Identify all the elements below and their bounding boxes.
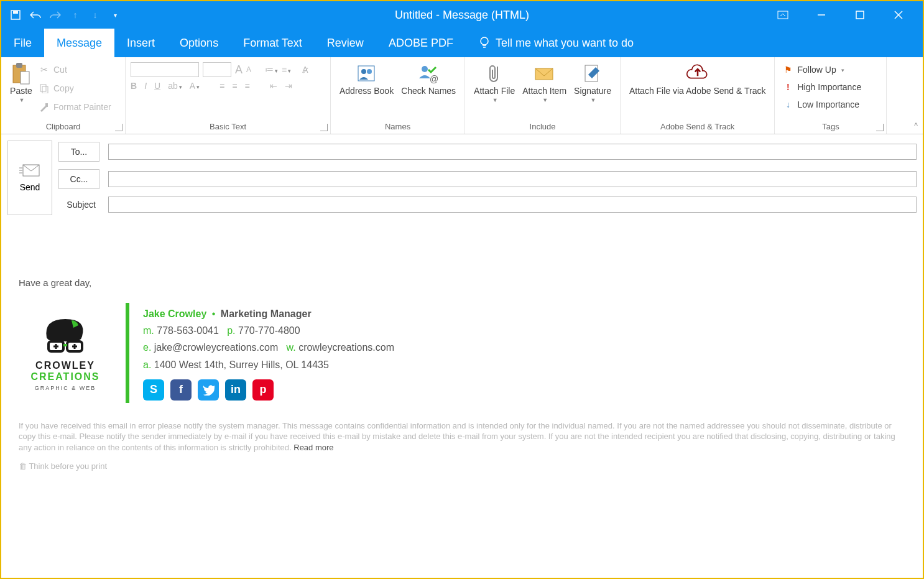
window-title: Untitled - Message (HTML) [395,9,529,22]
bullets-icon[interactable]: ≔▾ [265,65,278,75]
quick-access-toolbar: ↑ ↓ ▾ [1,9,121,21]
subject-input[interactable] [108,197,917,213]
undo-icon[interactable] [30,9,41,21]
logo-line3: GRAPHIC & WEB [35,385,96,391]
ribbon-options-icon[interactable] [776,8,790,22]
font-size-combo[interactable] [203,62,231,77]
disclaimer-text: If you have received this email in error… [19,421,895,452]
send-button[interactable]: Send [7,141,52,215]
message-body[interactable]: Have a great day, CROWLEY CREATIONS GRAP… [1,221,923,483]
tab-format-text[interactable]: Format Text [231,29,315,57]
adobe-attach-button[interactable]: Attach File via Adobe Send & Track [626,60,769,98]
group-tags: ⚑Follow Up▾ !High Importance ↓Low Import… [775,57,887,134]
paste-button[interactable]: Paste ▼ [6,60,36,106]
sig-m-val: 778-563-0041 [157,325,219,336]
decrease-indent-icon[interactable]: ⇤ [270,81,277,91]
to-input[interactable] [108,144,917,160]
svg-rect-10 [21,72,29,84]
tab-file[interactable]: File [1,29,44,57]
to-button[interactable]: To... [58,142,99,162]
address-book-button[interactable]: Address Book [336,60,397,98]
group-basic-text-label: Basic Text [131,121,325,132]
cc-button[interactable]: Cc... [58,169,99,189]
svg-rect-19 [535,68,553,80]
cc-input[interactable] [108,171,917,187]
twitter-icon[interactable] [198,379,219,401]
divider-bar [126,303,129,403]
align-left-icon[interactable]: ≡ [219,81,224,91]
signature-icon [581,62,604,85]
align-right-icon[interactable]: ≡ [244,81,249,91]
clipboard-dialog-launcher[interactable] [115,124,122,131]
basic-text-dialog-launcher[interactable] [320,124,328,131]
increase-indent-icon[interactable]: ⇥ [285,81,292,91]
check-names-button[interactable]: @ Check Names [397,60,460,98]
window-controls [759,1,923,29]
svg-rect-2 [778,11,788,19]
tab-review[interactable]: Review [315,29,376,57]
group-basic-text: A A ≔▾ ≡▾ A̷ B I U ab▾ A▾ ≡ ≡ ≡ ⇤ ⇥ [126,57,331,134]
tags-dialog-launcher[interactable] [876,124,884,131]
group-include-label: Include [470,121,615,132]
tab-insert[interactable]: Insert [114,29,167,57]
save-icon[interactable] [10,9,21,21]
cut-button[interactable]: ✂Cut [36,61,114,78]
address-book-label: Address Book [340,86,394,96]
sig-a-val: 1400 West 14th, Surrey Hills, OL 14435 [154,359,329,370]
scissors-icon: ✂ [39,64,50,75]
svg-point-7 [481,37,488,45]
follow-up-button[interactable]: ⚑Follow Up▾ [780,61,846,78]
group-include: Attach File▼ Attach Item▼ Signature▼ Inc… [465,57,621,134]
group-names-label: Names [336,121,460,132]
font-color-icon[interactable]: A▾ [190,81,200,91]
attach-file-button[interactable]: Attach File▼ [470,60,519,106]
grow-font-icon[interactable]: A [235,63,243,76]
tab-options[interactable]: Options [167,29,231,57]
maximize-button[interactable] [853,8,867,22]
company-logo: CROWLEY CREATIONS GRAPHIC & WEB [19,303,112,403]
format-painter-button[interactable]: Format Painter [36,98,114,116]
low-importance-button[interactable]: ↓Low Importance [780,96,862,113]
attach-item-button[interactable]: Attach Item▼ [519,60,570,106]
copy-button[interactable]: Copy [36,80,114,97]
disclaimer: If you have received this email in error… [19,420,905,453]
tab-message[interactable]: Message [44,29,114,57]
numbering-icon[interactable]: ≡▾ [282,65,291,75]
tab-adobe-pdf[interactable]: ADOBE PDF [376,29,466,57]
close-button[interactable] [892,8,905,22]
skype-icon[interactable]: S [143,379,164,401]
facebook-icon[interactable]: f [170,379,192,401]
bold-icon[interactable]: B [131,81,137,91]
tell-me[interactable]: Tell me what you want to do [466,29,634,57]
font-name-combo[interactable] [131,62,199,77]
collapse-ribbon-icon[interactable]: ^ [914,121,918,130]
sig-m-lbl: m. [143,325,154,336]
previous-icon[interactable]: ↑ [70,9,81,21]
shrink-font-icon[interactable]: A [246,65,251,74]
clear-formatting-icon[interactable]: A̷ [302,65,308,75]
signature-button[interactable]: Signature▼ [570,60,615,106]
minimize-button[interactable] [815,8,828,22]
sig-w-val: crowleycreations.com [298,342,394,353]
subject-label: Subject [58,200,99,210]
next-icon[interactable]: ↓ [90,9,101,21]
italic-icon[interactable]: I [144,81,147,91]
social-row: S f in p [143,379,394,401]
pinterest-icon[interactable]: p [252,379,274,401]
linkedin-icon[interactable]: in [225,379,246,401]
group-tags-label: Tags [780,121,881,132]
read-more-link[interactable]: Read more [293,443,333,452]
sig-sep: • [212,308,216,319]
paste-label: Paste [10,86,32,96]
signature-info: Jake Crowley • Marketing Manager m. 778-… [143,303,394,403]
group-clipboard-label: Clipboard [6,121,120,132]
logo-graphic-icon [37,314,93,358]
highlight-icon[interactable]: ab▾ [168,81,182,91]
align-center-icon[interactable]: ≡ [232,81,237,91]
underline-icon[interactable]: U [154,81,160,91]
high-importance-button[interactable]: !High Importance [780,78,864,96]
qat-customize-icon[interactable]: ▾ [109,9,121,21]
paperclip-icon [483,62,506,85]
redo-icon[interactable] [50,9,61,21]
svg-rect-12 [42,86,48,93]
